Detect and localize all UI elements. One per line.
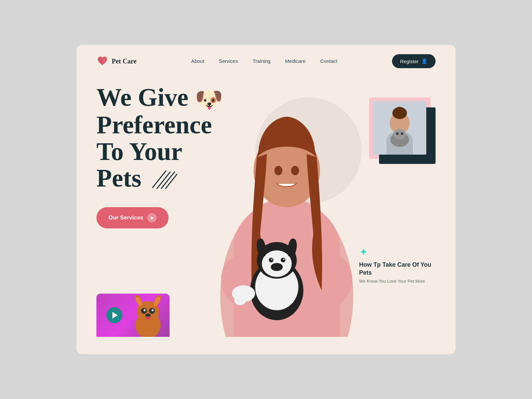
svg-point-7 xyxy=(291,166,299,175)
svg-point-18 xyxy=(271,263,283,271)
arrow-icon: ➤ xyxy=(147,213,157,222)
nav-item-training[interactable]: Training xyxy=(253,58,271,64)
svg-point-16 xyxy=(271,259,272,260)
navbar: Pet Care About Services Training Medicar… xyxy=(76,45,456,77)
chihuahua-svg xyxy=(130,294,166,337)
scratch-decoration xyxy=(151,168,178,194)
hero-text-block: We Give 🐶 Preference To Your Pets Our Se… xyxy=(96,84,256,228)
user-icon: 👤 xyxy=(421,58,428,64)
register-button[interactable]: Register 👤 xyxy=(392,54,436,68)
svg-point-25 xyxy=(396,107,404,115)
photo-card-inner xyxy=(369,97,436,164)
dog-emoji: 🐶 xyxy=(195,88,223,112)
photo-card xyxy=(369,97,436,164)
nav-item-contact[interactable]: Contact xyxy=(320,58,337,64)
nav-links: About Services Training Medicare Contact xyxy=(191,58,337,64)
svg-point-17 xyxy=(283,259,284,260)
sparkle-icon: ✦ xyxy=(359,246,436,258)
photo-content xyxy=(373,101,426,155)
svg-point-28 xyxy=(394,129,406,140)
browser-window: Pet Care About Services Training Medicar… xyxy=(76,45,456,354)
svg-point-6 xyxy=(274,166,282,175)
nav-item-medicare[interactable]: Medicare xyxy=(285,58,306,64)
svg-point-14 xyxy=(269,258,273,262)
hero-heading: We Give 🐶 Preference To Your Pets xyxy=(96,84,256,194)
heart-logo-icon xyxy=(96,55,108,67)
svg-point-36 xyxy=(144,309,146,311)
play-triangle-icon xyxy=(112,312,118,319)
info-card: ✦ How Tp Take Care Of You Pets We Know Y… xyxy=(359,246,436,284)
svg-point-20 xyxy=(234,295,246,305)
logo[interactable]: Pet Care xyxy=(96,55,137,67)
our-services-button[interactable]: Our Services ➤ xyxy=(96,207,169,228)
nav-item-services[interactable]: Services xyxy=(219,58,238,64)
hero-section: We Give 🐶 Preference To Your Pets Our Se… xyxy=(76,77,456,337)
svg-point-15 xyxy=(281,258,285,262)
svg-point-39 xyxy=(146,317,150,320)
info-card-subtitle: We Know You Love Your Pet More xyxy=(359,279,436,284)
svg-point-37 xyxy=(152,309,154,311)
logo-text: Pet Care xyxy=(112,58,137,65)
nav-item-about[interactable]: About xyxy=(191,58,204,64)
play-button[interactable] xyxy=(106,307,122,323)
video-card[interactable] xyxy=(96,294,170,337)
svg-point-30 xyxy=(401,132,403,135)
svg-point-38 xyxy=(145,314,151,317)
svg-point-29 xyxy=(396,132,399,135)
info-card-title: How Tp Take Care Of You Pets xyxy=(359,261,436,277)
